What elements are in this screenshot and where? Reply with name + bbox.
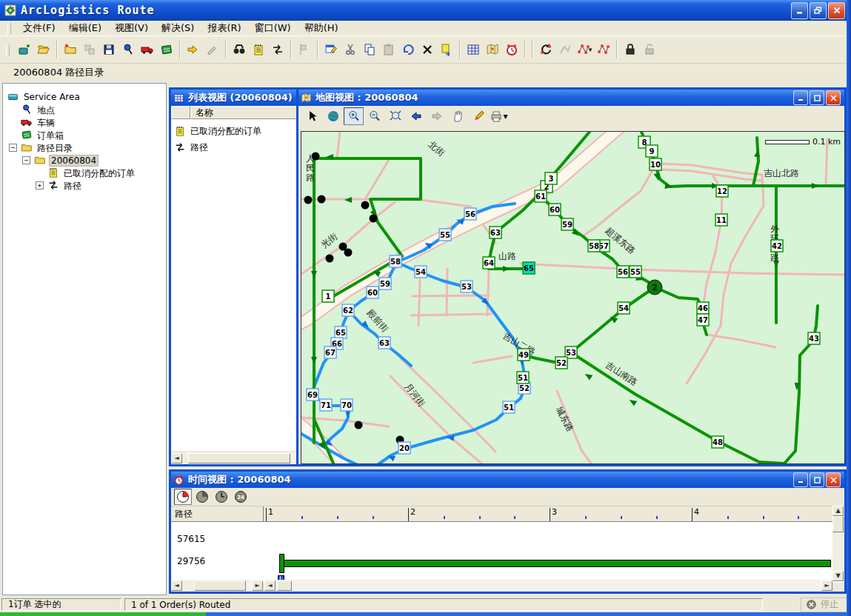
time-vscrollbar[interactable]: ▲ ▼: [832, 506, 844, 581]
menu-item[interactable]: 视图(V): [108, 20, 155, 36]
tool-copy-special[interactable]: [437, 40, 456, 59]
tool-delete[interactable]: [418, 40, 437, 59]
tree-item[interactable]: Service Area: [3, 91, 166, 104]
tool-order-box[interactable]: [157, 40, 176, 59]
maptool-arrow-back[interactable]: [406, 107, 426, 125]
tool-truck[interactable]: [138, 40, 157, 59]
scroll-left-icon[interactable]: ◄: [171, 580, 182, 591]
time-maximize-button[interactable]: [810, 472, 824, 487]
scroll-down-icon[interactable]: ▼: [832, 571, 844, 581]
map-stop-marker[interactable]: 60: [549, 204, 561, 215]
map-stop-marker[interactable]: 42: [771, 240, 783, 252]
close-button[interactable]: [828, 2, 845, 19]
scroll-left-icon[interactable]: ◄: [264, 580, 276, 591]
tool-map-icon[interactable]: [483, 40, 502, 59]
map-close-button[interactable]: [826, 90, 841, 105]
map-stop-marker[interactable]: 63: [378, 337, 390, 349]
map-stop-marker[interactable]: 12: [716, 185, 728, 197]
time-line-hscrollbar[interactable]: ◄ ►: [264, 580, 832, 592]
map-stop-marker[interactable]: 69: [307, 389, 318, 401]
map-minimize-button[interactable]: [793, 90, 808, 105]
unassigned-stop-dot[interactable]: [318, 195, 326, 204]
map-canvas[interactable]: 北街人民路光街吉山北路外环东路超溪东路山路吉山二路吉山南路城东路月河街殿前街56…: [301, 131, 845, 464]
map-stop-marker[interactable]: 11: [715, 214, 727, 226]
tool-edit-gray[interactable]: [203, 40, 222, 59]
tree-item[interactable]: +路径: [3, 179, 166, 192]
maptool-arrow-fwd[interactable]: [427, 107, 447, 125]
timetool-clock-plain[interactable]: [213, 489, 230, 505]
map-stop-marker[interactable]: 47: [697, 314, 709, 326]
map-stop-marker[interactable]: 43: [808, 332, 820, 344]
time-line-scroll-track[interactable]: [292, 580, 821, 591]
map-stop-marker[interactable]: 51: [503, 401, 515, 413]
tool-properties[interactable]: [321, 40, 341, 59]
timetool-clock-dark[interactable]: [193, 489, 211, 505]
list-item[interactable]: 已取消分配的订单: [174, 124, 261, 138]
tool-flag-gray[interactable]: [295, 40, 314, 59]
tool-lock[interactable]: [621, 40, 640, 59]
tool-new-route[interactable]: [15, 40, 34, 59]
map-stop-marker[interactable]: 54: [415, 266, 427, 278]
map-stop-marker[interactable]: 56: [617, 266, 629, 278]
map-stop-marker[interactable]: 55: [630, 266, 641, 278]
tool-unlock-gray[interactable]: [640, 40, 659, 59]
time-name-hscrollbar[interactable]: ◄ ►: [171, 580, 263, 592]
unassigned-stop-dot[interactable]: [304, 196, 313, 204]
maptool-zoom-sel[interactable]: [385, 107, 405, 125]
map-stop-marker[interactable]: 20: [398, 442, 410, 454]
maptool-arrow-cursor[interactable]: [302, 107, 322, 125]
maptool-hand[interactable]: [447, 107, 467, 125]
time-column-divider[interactable]: [263, 506, 264, 521]
tool-seq-gray[interactable]: [555, 40, 575, 59]
tree-item[interactable]: −20060804: [3, 154, 166, 167]
map-stop-marker[interactable]: 52: [555, 357, 567, 369]
tree-item[interactable]: 订单箱: [3, 129, 166, 141]
list-item[interactable]: 路径: [174, 140, 208, 155]
map-stop-marker[interactable]: 9: [646, 145, 658, 157]
tree-expander[interactable]: +: [36, 181, 44, 190]
route-time-bar[interactable]: [284, 560, 831, 567]
time-line-scroll-thumb[interactable]: [277, 580, 292, 591]
time-close-button[interactable]: [826, 472, 841, 487]
tool-table[interactable]: [464, 40, 483, 59]
minimize-button[interactable]: [791, 2, 808, 19]
time-name-scroll-thumb[interactable]: [194, 580, 246, 591]
depot-marker[interactable]: 2: [647, 280, 662, 295]
map-stop-marker[interactable]: 62: [342, 304, 354, 316]
map-stop-marker[interactable]: 71: [320, 399, 332, 411]
map-stop-marker[interactable]: 58: [390, 255, 401, 267]
tool-clock-alarm[interactable]: [502, 40, 521, 59]
map-stop-marker[interactable]: 59: [379, 278, 391, 289]
tool-undo[interactable]: [398, 40, 418, 59]
map-stop-marker[interactable]: 48: [712, 436, 724, 448]
restore-button[interactable]: [810, 2, 827, 19]
tool-seq[interactable]: [594, 40, 613, 59]
map-stop-marker[interactable]: 51: [517, 372, 529, 384]
map-stop-marker[interactable]: 3: [545, 173, 557, 184]
time-column-header[interactable]: 路径: [175, 508, 193, 520]
time-vscroll-thumb[interactable]: [832, 516, 844, 532]
map-stop-marker[interactable]: 49: [518, 349, 530, 361]
time-name-scroll-track[interactable]: [246, 580, 252, 591]
map-stop-marker[interactable]: 10: [650, 158, 661, 170]
tool-copy[interactable]: [360, 40, 379, 59]
unassigned-stop-dot[interactable]: [370, 215, 378, 223]
tree-expander[interactable]: −: [9, 144, 17, 152]
tool-seq-dd[interactable]: ▾: [575, 40, 594, 59]
tool-route[interactable]: [268, 40, 287, 59]
scroll-left-icon[interactable]: ◄: [171, 453, 182, 463]
timetool-clock-24[interactable]: 24: [232, 489, 250, 505]
menu-item[interactable]: 编辑(E): [62, 20, 108, 36]
tool-copy-gray[interactable]: [80, 40, 99, 59]
maptool-zoom-in[interactable]: [344, 107, 364, 125]
tool-pin[interactable]: [119, 40, 138, 59]
scroll-up-icon[interactable]: ▲: [832, 506, 844, 516]
list-scroll-thumb[interactable]: [188, 453, 290, 463]
map-stop-marker[interactable]: 58: [588, 240, 600, 252]
tool-cut[interactable]: [341, 40, 360, 59]
tool-find[interactable]: [230, 40, 249, 59]
tool-open[interactable]: [34, 40, 53, 59]
unassigned-stop-dot[interactable]: [355, 421, 363, 429]
time-minimize-button[interactable]: [793, 472, 808, 487]
toolbar-grip[interactable]: [6, 44, 10, 56]
